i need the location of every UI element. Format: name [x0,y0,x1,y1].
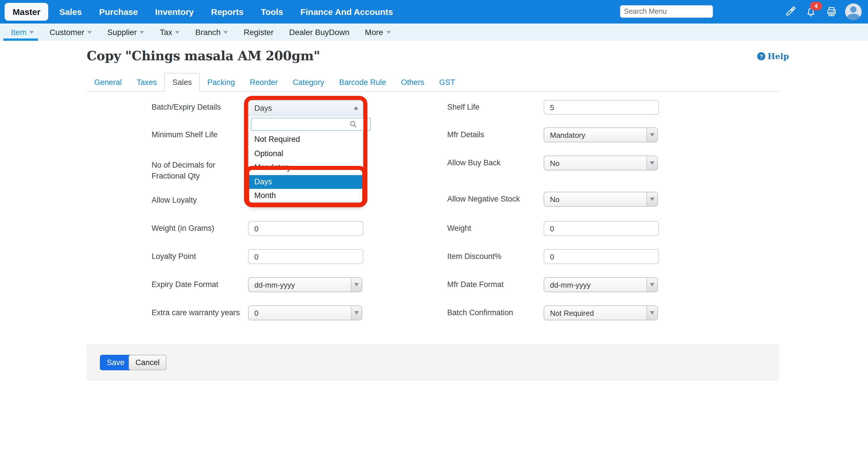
extra-care-warranty-years-select[interactable]: 0 [248,305,362,320]
chevron-down-icon [29,31,34,34]
chevron-down-icon [354,311,359,315]
dropdown-option-optional[interactable]: Optional [249,147,363,161]
loyalty-point-input[interactable] [248,249,363,264]
page-title: Copy "Chings masala AM 200gm" [87,48,320,63]
subnav-item-customer[interactable]: Customer [50,28,92,37]
subnav-item-register[interactable]: Register [244,28,274,37]
subnav-item-customer-label: Customer [50,28,84,37]
tab-general[interactable]: General [87,74,129,91]
label-item-discount: Item Discount% [447,249,544,264]
mfr-date-format-select[interactable]: dd-mm-yyyy [544,277,658,292]
subnav-item-item-label: Item [11,28,26,37]
label-mfr-details: Mfr Details [447,127,544,142]
tab-others[interactable]: Others [394,74,432,91]
subnav-item-tax-label: Tax [160,28,173,37]
item-discount-input[interactable] [544,249,659,264]
topnav-item-finance-and-accounts[interactable]: Finance And Accounts [300,7,393,17]
extra-care-warranty-years-value: 0 [249,309,351,317]
label-extra-care-warranty-years: Extra care warranty years [152,305,246,320]
chevron-down-icon [354,283,359,286]
chevron-down-icon [650,133,654,136]
select-dropdown-button[interactable] [646,306,657,320]
top-navigation-bar: Master Sales Purchase Inventory Reports … [0,0,868,24]
topnav-item-inventory[interactable]: Inventory [155,7,194,17]
subnav-item-dealer-buydown-label: Dealer BuyDown [289,28,349,37]
subnav-item-branch-label: Branch [195,28,221,37]
subnav-item-branch[interactable]: Branch [195,28,228,37]
expiry-date-format-select[interactable]: dd-mm-yyyy [248,277,362,292]
shelf-life-input[interactable] [544,100,659,115]
topnav-item-tools[interactable]: Tools [261,7,283,17]
batch-expiry-details-combobox[interactable]: Days [249,100,363,116]
dropdown-option-mandatory[interactable]: Mandatory [249,161,363,175]
select-dropdown-button[interactable] [646,128,657,142]
topnav-item-master-label: Master [12,7,40,17]
label-shelf-life: Shelf Life [447,100,544,115]
chevron-down-icon [175,31,180,34]
combobox-current-value: Days [249,104,353,112]
tab-sales[interactable]: Sales [164,73,200,92]
select-dropdown-button[interactable] [351,278,362,291]
chevron-down-icon [650,283,654,286]
dropdown-scrollbar[interactable] [251,201,360,203]
paint-brush-icon[interactable] [783,5,797,19]
help-link[interactable]: ? Help [757,52,789,61]
select-dropdown-button[interactable] [351,306,362,320]
topnav-item-sales[interactable]: Sales [59,7,82,17]
tab-category[interactable]: Category [285,74,332,91]
app-window: Master Sales Purchase Inventory Reports … [0,0,868,461]
notification-count-badge: 4 [810,1,822,10]
printer-icon[interactable] [825,5,838,19]
allow-buy-back-value: No [544,159,646,167]
chevron-down-icon [650,161,654,165]
label-weight-in-grams: Weight (in Grams) [152,221,246,236]
mfr-details-select[interactable]: Mandatory [544,127,658,142]
active-subnav-underline [3,38,38,41]
select-dropdown-button[interactable] [646,156,657,170]
chevron-down-icon [386,31,391,34]
mfr-details-value: Mandatory [544,131,646,139]
select-dropdown-button[interactable] [646,192,657,206]
subnav-item-supplier[interactable]: Supplier [107,28,144,37]
topnav-item-master[interactable]: Master [5,3,49,21]
dropdown-option-not-required[interactable]: Not Required [249,133,363,147]
subnav-item-tax[interactable]: Tax [160,28,180,37]
help-question-icon: ? [757,52,765,60]
label-allow-negative-stock: Allow Negative Stock [447,192,544,207]
dropdown-option-list: Not Required Optional Mandatory Days Mon… [249,133,363,203]
allow-negative-stock-select[interactable]: No [544,192,658,207]
allow-buy-back-select[interactable]: No [544,156,658,171]
cancel-button[interactable]: Cancel [129,355,166,370]
label-batch-expiry-details: Batch/Expiry Details [152,100,246,115]
topnav-item-purchase[interactable]: Purchase [99,7,138,17]
tab-barcode-rule[interactable]: Barcode Rule [332,74,394,91]
tab-packing[interactable]: Packing [200,74,242,91]
search-menu-input[interactable] [620,5,713,18]
subnav-item-supplier-label: Supplier [107,28,137,37]
user-avatar[interactable] [845,3,862,20]
save-button[interactable]: Save [100,355,131,370]
chevron-down-icon [650,311,654,315]
select-dropdown-button[interactable] [646,278,657,291]
subnav-item-item[interactable]: Item [11,28,34,37]
label-expiry-date-format: Expiry Date Format [152,277,246,292]
topnav-item-reports[interactable]: Reports [211,7,243,17]
label-no-of-decimals-fractional-qty: No of Decimals for Fractional Qty [152,160,246,181]
mfr-date-format-value: dd-mm-yyyy [544,280,646,289]
label-batch-confirmation: Batch Confirmation [447,305,544,320]
subnav-item-more-label: More [365,28,383,37]
tab-gst[interactable]: GST [432,74,463,91]
chevron-up-icon [353,106,358,110]
tab-reorder[interactable]: Reorder [242,74,285,91]
dropdown-option-days-selected[interactable]: Days [249,175,363,189]
chevron-down-icon [650,197,654,201]
notifications-bell-icon[interactable]: 4 [804,5,817,19]
batch-confirmation-select[interactable]: Not Required [544,305,658,320]
weight-input[interactable] [544,221,659,236]
allow-negative-stock-value: No [544,195,646,204]
subnav-item-dealer-buydown[interactable]: Dealer BuyDown [289,28,349,37]
avatar-body-shape [847,14,860,20]
tab-taxes[interactable]: Taxes [129,74,164,91]
weight-in-grams-input[interactable] [248,221,363,236]
subnav-item-more[interactable]: More [365,28,391,37]
